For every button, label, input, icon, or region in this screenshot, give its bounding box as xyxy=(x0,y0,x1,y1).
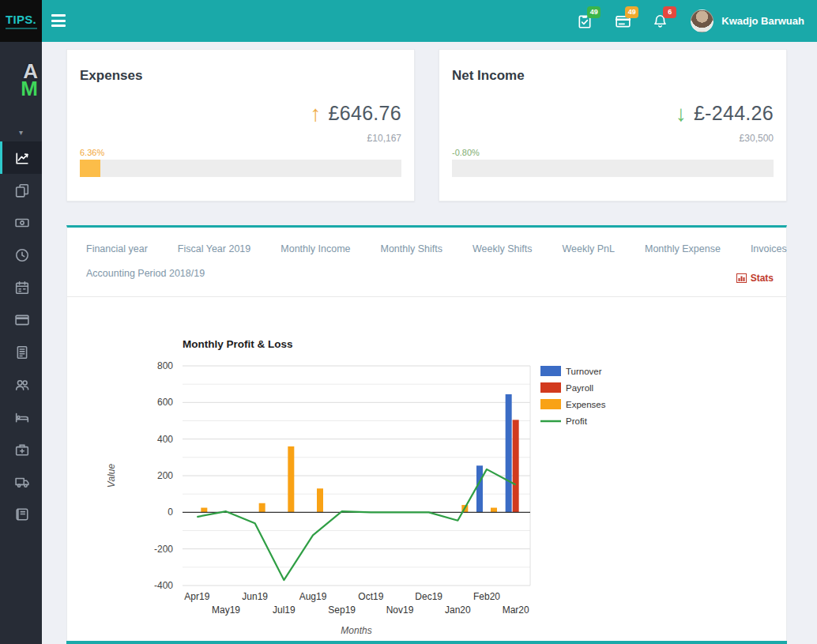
tabs-row-1: Financial year Fiscal Year 2019 Monthly … xyxy=(67,228,786,254)
card-value-row: ↓ £-244.26 xyxy=(676,102,774,125)
svg-text:Mar20: Mar20 xyxy=(503,604,529,616)
hamburger-icon xyxy=(51,14,66,17)
line-chart-icon xyxy=(15,151,29,165)
svg-text:Jun19: Jun19 xyxy=(242,591,268,602)
stats-label: Stats xyxy=(751,273,774,284)
card-percent: -0.80% xyxy=(452,148,480,157)
sidebar-item-medical[interactable] xyxy=(0,433,42,465)
bed-icon xyxy=(15,410,29,424)
card-percent: 6.36% xyxy=(80,148,104,157)
svg-text:Apr19: Apr19 xyxy=(184,591,209,602)
notifications-badge: 6 xyxy=(663,6,676,18)
calendar-icon xyxy=(15,281,29,295)
chevron-down-icon[interactable]: ▾ xyxy=(0,124,42,141)
cards-badge: 49 xyxy=(625,6,638,18)
tab-fiscal-year-2019[interactable]: Fiscal Year 2019 xyxy=(178,243,250,254)
notifications-button[interactable]: 6 xyxy=(653,13,668,29)
svg-text:800: 800 xyxy=(157,360,173,371)
svg-text:Jan20: Jan20 xyxy=(445,604,471,616)
stats-button[interactable]: Stats xyxy=(736,273,774,284)
progress-fill xyxy=(80,160,100,177)
card-subvalue: £10,167 xyxy=(367,133,401,144)
tab-financial-year[interactable]: Financial year xyxy=(86,243,148,254)
truck-icon xyxy=(15,475,29,489)
sidebar-item-billing[interactable] xyxy=(0,303,42,336)
sidebar: A M ▾ xyxy=(0,42,42,644)
svg-text:Months: Months xyxy=(341,625,371,636)
sidebar-item-time[interactable] xyxy=(0,239,42,271)
trend-up-icon: ↑ xyxy=(311,103,322,125)
sidebar-item-reports[interactable] xyxy=(0,498,42,530)
card-value: £-244.26 xyxy=(694,102,774,125)
progress-bar xyxy=(80,160,401,177)
card-value-row: ↑ £646.76 xyxy=(311,102,401,125)
credit-card-icon xyxy=(15,313,29,327)
net-income-card: Net Income ↓ £-244.26 £30,500 -0.80% xyxy=(439,49,787,201)
tab-weekly-shifts[interactable]: Weekly Shifts xyxy=(473,243,533,254)
tab-monthly-income[interactable]: Monthly Income xyxy=(280,243,350,254)
app-logo-text: TIPS. xyxy=(6,13,36,26)
header-actions: 49 49 6 Kwadjo Barwuah xyxy=(577,0,804,42)
clock-icon xyxy=(15,248,29,262)
user-menu[interactable]: Kwadjo Barwuah xyxy=(691,9,804,32)
sidebar-item-rooms[interactable] xyxy=(0,401,42,433)
svg-text:Sep19: Sep19 xyxy=(328,604,356,616)
main-content: Expenses ↑ £646.76 £10,167 6.36% Net Inc… xyxy=(42,42,817,644)
user-name: Kwadjo Barwuah xyxy=(721,15,804,27)
profit-loss-chart: -400-2000200400600800Apr19May19Jun19Jul1… xyxy=(104,352,625,644)
svg-text:Profit: Profit xyxy=(566,416,588,426)
tab-weekly-pnl[interactable]: Weekly PnL xyxy=(563,243,615,254)
tasks-badge: 49 xyxy=(587,6,601,18)
expenses-card: Expenses ↑ £646.76 £10,167 6.36% xyxy=(66,49,415,201)
sidebar-item-dashboard[interactable] xyxy=(0,141,42,174)
users-icon xyxy=(15,378,29,392)
card-title: Net Income xyxy=(452,68,525,84)
bar-chart-icon xyxy=(736,273,747,283)
sidebar-item-payments[interactable] xyxy=(0,206,42,239)
tab-accounting-period[interactable]: Accounting Period 2018/19 xyxy=(86,268,205,279)
svg-text:-200: -200 xyxy=(154,544,173,555)
book-icon xyxy=(15,507,29,522)
next-section-edge xyxy=(66,641,787,644)
tab-monthly-shifts[interactable]: Monthly Shifts xyxy=(381,243,443,254)
copy-icon xyxy=(15,183,29,198)
progress-bar xyxy=(452,160,774,177)
svg-text:-400: -400 xyxy=(154,580,173,591)
sidebar-item-transport[interactable] xyxy=(0,465,42,498)
money-icon xyxy=(15,216,29,230)
svg-text:Value: Value xyxy=(106,464,117,488)
chart-title: Monthly Profit & Loss xyxy=(183,338,293,350)
invoice-icon xyxy=(15,345,29,360)
svg-text:Feb20: Feb20 xyxy=(473,591,500,602)
tasks-button[interactable]: 49 xyxy=(577,13,593,29)
sidebar-item-documents[interactable] xyxy=(0,174,42,206)
svg-text:Expenses: Expenses xyxy=(566,400,606,409)
svg-text:Dec19: Dec19 xyxy=(415,591,442,602)
app-logo[interactable]: TIPS. xyxy=(0,0,42,42)
tabs-bar: Financial year Fiscal Year 2019 Monthly … xyxy=(67,228,786,297)
cards-button[interactable]: 49 xyxy=(615,13,631,29)
company-logo: A M xyxy=(0,62,42,124)
svg-text:Turnover: Turnover xyxy=(566,367,602,376)
svg-text:Jul19: Jul19 xyxy=(273,604,296,616)
svg-text:600: 600 xyxy=(157,397,173,408)
svg-text:400: 400 xyxy=(157,434,173,445)
medical-bag-icon xyxy=(15,443,29,457)
card-value: £646.76 xyxy=(329,102,401,125)
tab-monthly-expense[interactable]: Monthly Expense xyxy=(645,243,721,254)
sidebar-item-calendar[interactable] xyxy=(0,271,42,303)
app-logo-tagline xyxy=(6,28,37,29)
user-avatar xyxy=(691,9,713,32)
tab-invoices[interactable]: Invoices xyxy=(751,243,787,254)
menu-toggle-button[interactable] xyxy=(51,14,66,27)
card-title: Expenses xyxy=(80,68,142,84)
svg-text:Aug19: Aug19 xyxy=(299,591,327,602)
sidebar-item-staff[interactable] xyxy=(0,368,42,401)
svg-text:Oct19: Oct19 xyxy=(358,591,383,602)
svg-text:May19: May19 xyxy=(212,604,240,616)
svg-text:Payroll: Payroll xyxy=(566,383,593,393)
card-subvalue: £30,500 xyxy=(740,133,774,144)
report-panel: Financial year Fiscal Year 2019 Monthly … xyxy=(66,225,787,644)
sidebar-item-invoices[interactable] xyxy=(0,336,42,368)
tabs-row-2: Accounting Period 2018/19 xyxy=(67,254,786,279)
